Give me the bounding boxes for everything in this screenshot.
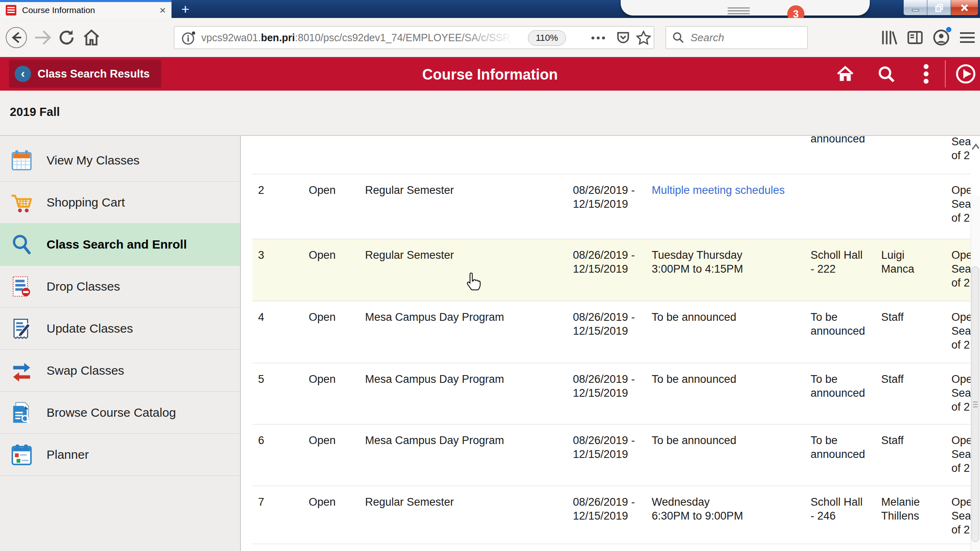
sidebar-nav: View My ClassesShopping CartClass Search… — [0, 136, 241, 551]
app-header: ‹ Class Search Results Course Informatio… — [0, 57, 980, 91]
table-row[interactable]: 6OpenMesa Campus Day Program08/26/2019 -… — [252, 424, 971, 486]
sidebar-item-shopping-cart[interactable]: Shopping Cart — [0, 182, 240, 224]
titlebar: Course Information × + 3 — [0, 0, 980, 18]
cell-meeting[interactable]: Multiple meeting schedules — [652, 174, 785, 197]
drop-classes-icon — [10, 275, 33, 298]
cell-status: Open — [309, 239, 336, 262]
cell-room: Scholl Hall- 246 — [811, 486, 863, 523]
cell-room: To beannounced — [811, 424, 865, 461]
cell-meeting: Tuesday Thursday3:00PM to 4:15PM — [652, 239, 743, 276]
cell-session: Mesa Campus Day Program — [365, 424, 504, 447]
cell-seats: OpeSeaof 2 — [951, 239, 971, 290]
table-row[interactable]: 4OpenMesa Campus Day Program08/26/2019 -… — [252, 301, 971, 363]
scrollbar-grip-icon — [973, 402, 978, 407]
cell-room: announced — [811, 136, 865, 146]
cell-number: 6 — [258, 424, 264, 447]
browser-tab[interactable]: Course Information × — [0, 0, 172, 18]
cell-dates: 08/26/2019 -12/15/2019 — [573, 424, 635, 461]
cell-meeting: To be announced — [652, 424, 736, 447]
cell-number: 2 — [258, 174, 264, 197]
tab-close-icon[interactable]: × — [160, 5, 166, 16]
scroll-up-icon[interactable] — [970, 141, 980, 153]
browser-toolbar: vpcs92wa01.ben.pri:8010/psc/cs92dev1_74/… — [0, 18, 980, 57]
zoom-level-pill[interactable]: 110% — [528, 30, 566, 46]
table-row[interactable]: 7OpenRegular Semester08/26/2019 -12/15/2… — [252, 486, 971, 544]
cell-room: To beannounced — [811, 363, 865, 400]
sidebar-item-label: Class Search and Enroll — [47, 238, 187, 251]
sidebars-icon[interactable] — [903, 18, 927, 57]
screen: Course Information × + 3 — [0, 0, 980, 551]
cell-dates: 08/26/2019 -12/15/2019 — [573, 363, 635, 400]
cell-instructor: Staff — [881, 301, 904, 324]
bookmark-star-icon[interactable] — [633, 27, 654, 49]
actions-menu-icon[interactable] — [915, 57, 938, 91]
cell-meeting: To be announced — [652, 363, 736, 386]
cell-dates: 08/26/2019 -12/15/2019 — [573, 239, 635, 276]
cell-status: Open — [309, 424, 336, 447]
sidebar-item-browse-course-catalog[interactable]: Browse Course Catalog — [0, 392, 240, 434]
minimize-button[interactable] — [904, 0, 927, 15]
class-search-icon — [10, 233, 33, 256]
oracle-favicon-icon — [6, 5, 16, 16]
sidebar-item-label: View My Classes — [47, 153, 140, 167]
sidebar-item-swap-classes[interactable]: Swap Classes — [0, 350, 240, 392]
back-icon[interactable] — [5, 18, 28, 57]
sidebar-item-drop-classes[interactable]: Drop Classes — [0, 266, 240, 308]
sidebar-item-label: Shopping Cart — [47, 196, 125, 209]
sidebar-item-view-my-classes[interactable]: View My Classes — [0, 140, 240, 182]
cell-status: Open — [309, 174, 336, 197]
drag-handle-icon[interactable] — [728, 7, 750, 14]
cell-room: Scholl Hall- 222 — [811, 239, 863, 276]
home-icon[interactable] — [81, 18, 102, 57]
search-input[interactable] — [690, 31, 797, 44]
close-button[interactable] — [951, 0, 978, 15]
cell-seats: OpeSeaof 2 — [951, 424, 971, 475]
cell-dates: 08/26/2019 -12/15/2019 — [573, 486, 635, 523]
table-row[interactable]: 3OpenRegular Semester08/26/2019 -12/15/2… — [252, 239, 971, 301]
global-search-icon[interactable] — [874, 57, 898, 91]
sidebar-item-label: Update Classes — [47, 322, 133, 335]
cell-instructor: MelanieThillens — [881, 486, 920, 523]
account-icon[interactable] — [929, 18, 953, 57]
notification-overlay: 3 — [621, 0, 870, 16]
pocket-icon[interactable] — [612, 27, 634, 49]
cell-dates: 08/26/2019 -12/15/2019 — [573, 301, 635, 338]
cell-seats: OpeSeaof 2 — [951, 363, 971, 414]
scrollbar-thumb[interactable] — [971, 267, 979, 542]
navbar-compass-icon[interactable] — [953, 57, 978, 91]
sidebar-item-update-classes[interactable]: Update Classes — [0, 308, 240, 350]
library-icon[interactable] — [877, 18, 901, 57]
table-row[interactable]: 2OpenRegular Semester08/26/2019 -12/15/2… — [252, 174, 971, 239]
home-nav-icon[interactable] — [833, 57, 858, 91]
account-notification-dot — [946, 27, 951, 32]
cell-dates: 08/26/2019 -12/15/2019 — [573, 174, 635, 211]
menu-icon[interactable] — [956, 18, 978, 57]
cell-number: 5 — [258, 363, 264, 386]
table-row[interactable]: 5OpenMesa Campus Day Program08/26/2019 -… — [252, 363, 971, 424]
url-bar[interactable]: vpcs92wa01.ben.pri:8010/psc/cs92dev1_74/… — [174, 26, 654, 49]
search-box[interactable] — [666, 26, 808, 49]
cell-session: Mesa Campus Day Program — [365, 363, 504, 386]
cell-room: To beannounced — [811, 301, 865, 338]
page-actions-icon[interactable] — [586, 27, 610, 49]
cell-number: 3 — [258, 239, 264, 262]
sidebar-item-planner[interactable]: Planner — [0, 434, 240, 476]
cell-session: Regular Semester — [365, 174, 454, 197]
term-band: 2019 Fall — [0, 91, 980, 136]
cell-meeting: Wednesday6:30PM to 9:00PM — [652, 486, 743, 523]
tab-title: Course Information — [22, 5, 156, 15]
calendar-icon — [10, 149, 33, 172]
forward-icon[interactable] — [33, 18, 53, 57]
restore-button[interactable] — [927, 0, 951, 15]
table-row[interactable]: announcedSeaof 2 — [252, 136, 971, 174]
new-tab-button[interactable]: + — [176, 1, 194, 17]
cell-instructor: Staff — [881, 424, 904, 447]
site-info-icon[interactable] — [179, 27, 198, 49]
cell-seats: Seaof 2 — [951, 136, 971, 162]
sidebar-item-class-search-and-enroll[interactable]: Class Search and Enroll — [0, 224, 240, 266]
reload-icon[interactable] — [56, 18, 77, 57]
cell-instructor: LuigiManca — [881, 239, 914, 276]
sidebar-item-label: Drop Classes — [47, 280, 120, 293]
cell-seats: OpeSeaof 2 — [951, 486, 971, 537]
cell-seats: OpeSeaof 2 — [951, 174, 971, 225]
